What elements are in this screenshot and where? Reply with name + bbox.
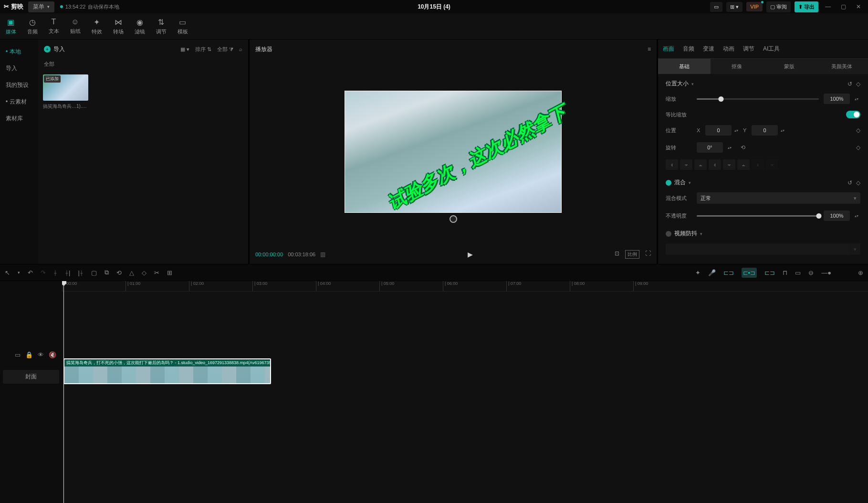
pos-x-spinner[interactable]: ▴▾ (734, 128, 740, 133)
opacity-input[interactable] (824, 210, 850, 221)
blend-mode-select[interactable]: 正常▾ (697, 192, 860, 204)
zoom-out-icon[interactable]: ▭ (795, 269, 801, 276)
ai-tool-icon[interactable]: ⊞ (167, 269, 172, 276)
prop-tab-AI工具[interactable]: AI工具 (763, 43, 780, 55)
display-icon[interactable]: ⊞ ▾ (726, 2, 743, 12)
align-bottom-icon[interactable]: ⫠ (737, 159, 750, 170)
track-mute-icon[interactable]: 🔇 (49, 351, 56, 358)
zoom-in-icon[interactable]: ⊖ (808, 269, 814, 276)
prop-tab-调节[interactable]: 调节 (743, 43, 754, 55)
maximize-icon[interactable]: ▢ (837, 3, 849, 10)
reset-icon[interactable]: ↺ (847, 81, 852, 87)
close-icon[interactable]: ✕ (853, 3, 864, 10)
subtab-美颜美体[interactable]: 美颜美体 (816, 59, 868, 74)
rotate-spinner[interactable]: ▴▾ (728, 146, 733, 150)
minimize-icon[interactable]: — (822, 3, 834, 10)
position-keyframe-icon[interactable]: ◇ (856, 127, 860, 134)
player-canvas[interactable]: 试验多次，这次必然拿下 (345, 91, 562, 213)
pos-y-spinner[interactable]: ▴▾ (781, 128, 786, 133)
track-lock-icon[interactable]: 🔒 (25, 351, 33, 358)
selection-dropdown-icon[interactable]: ▾ (18, 270, 20, 275)
filter-all-button[interactable]: 全部 ⧩ (217, 46, 233, 53)
reverse-icon[interactable]: ⟲ (116, 269, 122, 276)
menu-dropdown[interactable]: 菜单▾ (28, 1, 54, 12)
safe-zone-icon[interactable]: ⊡ (615, 250, 619, 259)
keyframe-icon[interactable]: ◇ (856, 81, 860, 87)
ribbon-模板[interactable]: ▭模板 (172, 13, 193, 39)
media-thumbnail[interactable]: 已添加 搞笑海岛奇兵…1).mp4 (43, 74, 88, 110)
scale-slider[interactable] (697, 98, 819, 100)
undo-icon[interactable]: ↶ (28, 269, 33, 276)
uniform-scale-toggle[interactable] (846, 111, 860, 118)
preview-cut-icon[interactable]: ⊓ (783, 269, 787, 276)
layout-icon[interactable]: ▭ (710, 2, 722, 12)
prop-tab-画面[interactable]: 画面 (663, 43, 674, 55)
copy-icon[interactable]: ⧉ (105, 269, 109, 276)
ribbon-转场[interactable]: ⋈转场 (107, 13, 129, 39)
sidebar-云素材[interactable]: 云素材 (0, 94, 38, 110)
opacity-spinner[interactable]: ▴▾ (855, 214, 860, 218)
scale-input[interactable] (824, 94, 850, 104)
ribbon-音频[interactable]: ◷音频 (21, 13, 43, 39)
sort-button[interactable]: 排序 ⇅ (195, 46, 211, 53)
ribbon-特效[interactable]: ✦特效 (86, 13, 107, 39)
zoom-fit-icon[interactable]: ⊕ (858, 269, 863, 276)
prop-tab-音频[interactable]: 音频 (683, 43, 694, 55)
sidebar-导入[interactable]: 导入 (0, 60, 38, 77)
magnet-track-icon[interactable]: ⊏⊐ (764, 269, 775, 276)
sidebar-本地[interactable]: 本地 (0, 43, 38, 60)
fullscreen-icon[interactable]: ⛶ (645, 250, 651, 259)
player-menu-icon[interactable]: ≡ (648, 46, 651, 52)
blend-reset-icon[interactable]: ↺ (847, 179, 852, 186)
crop-tool-icon[interactable]: ✂ (154, 269, 159, 276)
sidebar-素材库[interactable]: 素材库 (0, 110, 38, 127)
ratio-button[interactable]: 比例 (625, 250, 639, 259)
selection-tool-icon[interactable]: ↖ (5, 269, 10, 276)
track-toggle-icon[interactable]: ▭ (15, 351, 21, 358)
track-visible-icon[interactable]: 👁 (38, 351, 44, 358)
pos-y-input[interactable] (752, 125, 778, 136)
export-button[interactable]: ⬆ 导出 (795, 1, 818, 12)
prop-tab-变速[interactable]: 变速 (703, 43, 714, 55)
align-left-icon[interactable]: ⫞ (666, 159, 678, 170)
align-vcenter-icon[interactable]: ⫟ (723, 159, 735, 170)
category-all[interactable]: 全部 (38, 59, 248, 70)
auto-cut-icon[interactable]: ✦ (695, 269, 701, 276)
import-button[interactable]: +导入 (44, 45, 65, 53)
rotate-input[interactable] (697, 142, 723, 153)
align-top-icon[interactable]: ⫞ (709, 159, 721, 170)
magnet-link-icon[interactable]: ⊏▪⊐ (742, 268, 757, 278)
rotate-reset-icon[interactable]: ⟲ (738, 144, 748, 151)
split-left-icon[interactable]: ⟊| (65, 269, 70, 276)
review-button[interactable]: ▢ 审阅 (766, 1, 791, 12)
split-right-icon[interactable]: |⟊ (78, 269, 83, 276)
subtab-基础[interactable]: 基础 (658, 59, 711, 74)
play-button[interactable]: ▶ (468, 251, 473, 258)
blend-keyframe-icon[interactable]: ◇ (856, 179, 860, 186)
view-grid-icon[interactable]: ▦ ▾ (180, 46, 189, 52)
canvas-rotate-handle[interactable] (450, 215, 457, 223)
ribbon-滤镜[interactable]: ◉滤镜 (129, 13, 150, 39)
video-clip[interactable]: 搞笑海岛奇兵，打不死的小强，这次能打下最后的岛吗？ - 1.studio_vid… (63, 358, 271, 384)
ribbon-调节[interactable]: ⇅调节 (150, 13, 172, 39)
ribbon-媒体[interactable]: ▣媒体 (0, 13, 21, 39)
mirror-icon[interactable]: △ (129, 269, 134, 276)
crop-icon[interactable]: ▢ (91, 269, 97, 276)
rotate-tool-icon[interactable]: ◇ (142, 269, 146, 276)
blend-checkbox[interactable] (666, 180, 671, 186)
rotate-keyframe-icon[interactable]: ◇ (856, 144, 860, 151)
search-icon[interactable]: ⌕ (239, 46, 242, 52)
prop-tab-动画[interactable]: 动画 (723, 43, 734, 55)
sidebar-我的预设[interactable]: 我的预设 (0, 77, 38, 94)
zoom-slider-icon[interactable]: —● (821, 269, 831, 276)
vip-button[interactable]: VIP (746, 2, 763, 11)
opacity-slider[interactable] (697, 215, 819, 217)
playhead[interactable] (63, 281, 64, 503)
stabilize-checkbox[interactable] (666, 231, 671, 237)
pos-x-input[interactable] (705, 125, 732, 136)
subtab-抠像[interactable]: 抠像 (711, 59, 763, 74)
cover-button[interactable]: 封面 (3, 370, 59, 384)
magnet-main-icon[interactable]: ⊏⊐ (723, 269, 734, 276)
compare-icon[interactable]: ▥ (320, 251, 325, 258)
align-hcenter-icon[interactable]: ⫟ (680, 159, 692, 170)
